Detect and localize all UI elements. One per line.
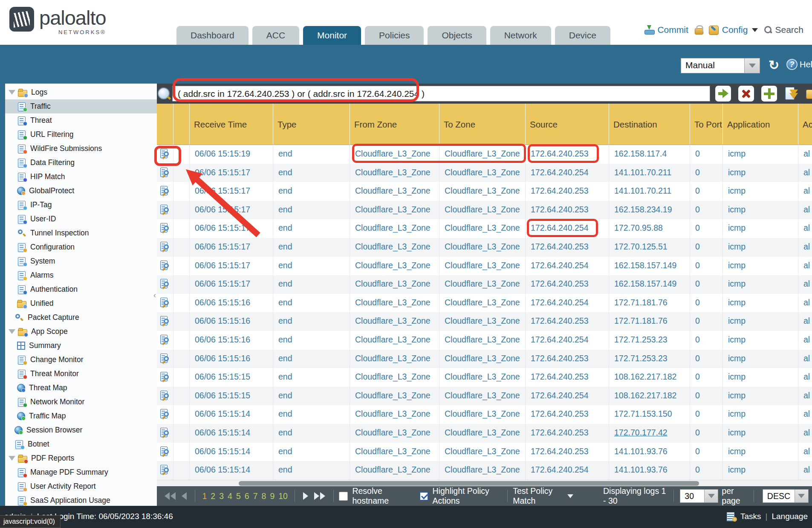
tab-network[interactable]: Network — [490, 26, 551, 45]
column-header-application[interactable]: Application — [723, 104, 798, 145]
page-number-9[interactable]: 9 — [270, 491, 275, 501]
sidebar-item-saas-application-usage[interactable]: SaaS Application Usage — [5, 493, 157, 506]
per-page-select[interactable]: 30 — [680, 489, 718, 503]
column-header-from-zone[interactable]: From Zone — [350, 104, 439, 145]
sidebar-item-threat[interactable]: Threat — [5, 113, 157, 128]
page-number-2[interactable]: 2 — [211, 491, 215, 501]
page-number-8[interactable]: 8 — [262, 491, 266, 501]
lock-icon[interactable] — [694, 25, 703, 35]
destination-link[interactable]: 172.70.177.42 — [614, 428, 668, 437]
log-detail-icon[interactable] — [160, 447, 170, 457]
expand-triangle-icon[interactable] — [9, 329, 15, 334]
sort-order-dropdown-button[interactable] — [795, 490, 808, 502]
log-detail-icon[interactable] — [160, 354, 170, 364]
filter-builder-icon[interactable] — [784, 86, 799, 102]
config-menu-button[interactable]: Config — [709, 25, 758, 35]
log-detail-icon[interactable] — [160, 316, 170, 326]
table-row[interactable]: 06/06 15:15:17endCloudflare_L3_ZoneCloud… — [157, 164, 812, 183]
tasks-button[interactable]: Tasks — [740, 512, 761, 521]
expand-triangle-icon[interactable] — [9, 456, 15, 461]
log-detail-icon[interactable] — [160, 205, 170, 215]
sort-order-select[interactable]: DESC — [763, 489, 809, 503]
sidebar-item-summary[interactable]: Summary — [5, 339, 157, 353]
table-row[interactable]: 06/06 15:15:16endCloudflare_L3_ZoneCloud… — [157, 331, 812, 350]
refresh-icon[interactable]: ↻ — [769, 58, 779, 73]
sidebar-item-url-filtering[interactable]: URL Filtering — [5, 128, 157, 142]
log-detail-icon[interactable] — [160, 223, 170, 233]
sidebar-item-configuration[interactable]: Configuration — [5, 240, 157, 254]
page-number-1[interactable]: 1 — [202, 491, 207, 501]
sidebar-item-tunnel-inspection[interactable]: Tunnel Inspection — [5, 226, 157, 240]
log-detail-icon[interactable] — [160, 279, 170, 289]
add-filter-icon[interactable] — [761, 86, 777, 102]
table-row[interactable]: 06/06 15:15:17endCloudflare_L3_ZoneCloud… — [157, 238, 812, 257]
last-page-button[interactable] — [314, 492, 325, 500]
sidebar-item-session-browser[interactable]: Session Browser — [5, 423, 157, 437]
log-detail-icon[interactable] — [160, 391, 170, 401]
sidebar-item-logs[interactable]: Logs — [5, 85, 157, 99]
commit-button[interactable]: Commit — [644, 25, 688, 35]
sidebar-item-unified[interactable]: Unified — [5, 296, 157, 310]
table-row[interactable]: 06/06 15:15:17endCloudflare_L3_ZoneCloud… — [157, 275, 812, 294]
search-button[interactable]: Search — [764, 25, 803, 35]
page-number-6[interactable]: 6 — [245, 491, 249, 501]
sidebar-item-alarms[interactable]: Alarms — [5, 268, 157, 282]
page-number-7[interactable]: 7 — [253, 491, 258, 501]
first-page-button[interactable] — [165, 492, 176, 500]
sidebar-collapse-handle[interactable]: ‹ — [153, 285, 159, 305]
column-header-source[interactable]: Source — [526, 104, 609, 145]
column-header-to-port[interactable]: To Port — [690, 104, 723, 145]
refresh-interval-dropdown-button[interactable] — [744, 58, 760, 73]
resolve-hostname-checkbox[interactable] — [339, 492, 348, 501]
clear-filter-icon[interactable] — [738, 86, 754, 102]
scrollbar-thumb[interactable] — [239, 481, 699, 486]
log-detail-icon[interactable] — [160, 409, 170, 419]
table-row[interactable]: 06/06 15:15:14endCloudflare_L3_ZoneCloud… — [157, 461, 812, 480]
sidebar-item-user-activity-report[interactable]: User Activity Report — [5, 479, 157, 493]
table-row[interactable]: 06/06 15:15:19endCloudflare_L3_ZoneCloud… — [157, 145, 812, 164]
test-policy-match-button[interactable]: Test Policy Match — [513, 486, 573, 506]
help-link[interactable]: ? Help — [786, 59, 812, 70]
log-detail-icon[interactable] — [160, 242, 170, 252]
table-row[interactable]: 06/06 15:15:14endCloudflare_L3_ZoneCloud… — [157, 424, 812, 443]
table-row[interactable]: 06/06 15:15:14endCloudflare_L3_ZoneCloud… — [157, 405, 812, 424]
sidebar-item-user-id[interactable]: User-ID — [5, 212, 157, 226]
sidebar-item-threat-map[interactable]: Threat Map — [5, 381, 157, 395]
sidebar-item-manage-pdf-summary[interactable]: Manage PDF Summary — [5, 465, 157, 479]
log-detail-icon[interactable] — [160, 261, 170, 271]
column-header-type[interactable]: Type — [273, 104, 350, 145]
sidebar-item-ip-tag[interactable]: IP-Tag — [5, 198, 157, 212]
horizontal-scrollbar[interactable] — [157, 480, 812, 486]
log-detail-icon[interactable] — [160, 428, 170, 438]
column-header-1[interactable] — [173, 104, 190, 145]
expand-triangle-icon[interactable] — [9, 90, 15, 95]
language-button[interactable]: Language — [772, 512, 808, 521]
sidebar-item-wildfire-submissions[interactable]: WildFire Submissions — [5, 142, 157, 156]
sidebar-item-botnet[interactable]: Botnet — [5, 437, 157, 451]
tab-device[interactable]: Device — [555, 26, 610, 45]
load-filter-icon[interactable] — [806, 86, 812, 102]
tab-acc[interactable]: ACC — [252, 26, 299, 45]
filter-query-input[interactable] — [172, 86, 710, 102]
table-row[interactable]: 06/06 15:15:17endCloudflare_L3_ZoneCloud… — [157, 257, 812, 276]
log-detail-icon[interactable] — [160, 186, 170, 196]
log-detail-icon[interactable] — [160, 335, 170, 345]
table-row[interactable]: 06/06 15:15:15endCloudflare_L3_ZoneCloud… — [157, 368, 812, 387]
log-detail-icon[interactable] — [160, 149, 170, 159]
tab-policies[interactable]: Policies — [365, 26, 424, 45]
column-header-receive-time[interactable]: Receive Time — [190, 104, 273, 145]
log-detail-icon[interactable] — [160, 372, 170, 382]
sidebar-item-pdf-reports[interactable]: PDF Reports — [5, 451, 157, 465]
page-number-3[interactable]: 3 — [219, 491, 224, 501]
highlight-policy-actions-checkbox[interactable] — [419, 492, 428, 501]
page-number-10[interactable]: 10 — [278, 491, 288, 501]
sidebar-item-change-monitor[interactable]: Change Monitor — [5, 353, 157, 367]
sidebar-item-network-monitor[interactable]: Network Monitor — [5, 395, 157, 409]
sidebar-item-system[interactable]: System — [5, 254, 157, 268]
table-row[interactable]: 06/06 15:15:15endCloudflare_L3_ZoneCloud… — [157, 387, 812, 406]
apply-filter-icon[interactable] — [715, 86, 731, 102]
table-row[interactable]: 06/06 15:15:17endCloudflare_L3_ZoneCloud… — [157, 219, 812, 238]
table-row[interactable]: 06/06 15:15:17endCloudflare_L3_ZoneCloud… — [157, 182, 812, 201]
column-header-destination[interactable]: Destination — [609, 104, 690, 145]
column-header-0[interactable] — [157, 104, 173, 145]
